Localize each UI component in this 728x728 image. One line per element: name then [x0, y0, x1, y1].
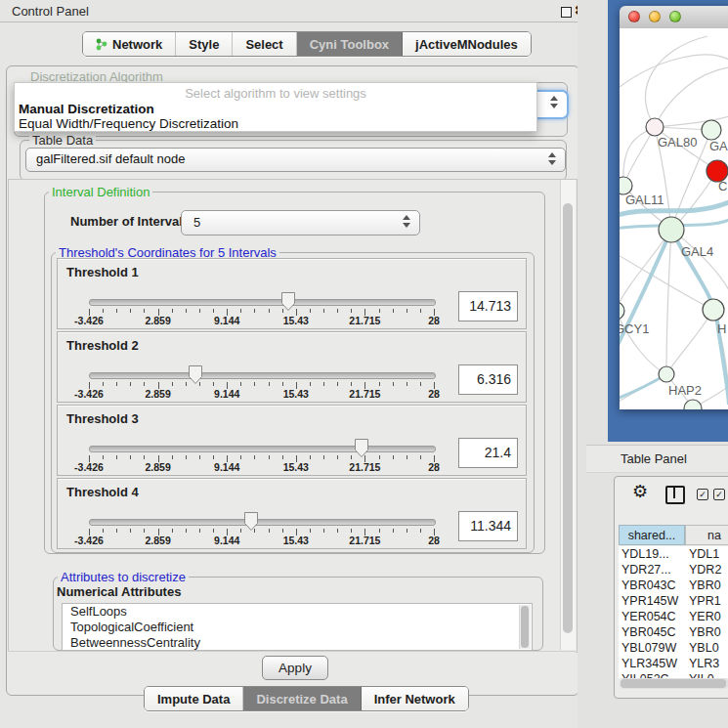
tick-label: 15.43: [283, 461, 309, 473]
threshold-label: Threshold 3: [66, 411, 139, 426]
slider-handle[interactable]: [354, 438, 369, 458]
network-node[interactable]: [684, 400, 702, 409]
slider-track[interactable]: [89, 299, 436, 306]
slider-handle[interactable]: [280, 291, 296, 312]
checkbox-icon[interactable]: ✓: [697, 489, 708, 500]
algorithm-option[interactable]: Manual Discretization: [19, 102, 154, 116]
close-traffic-icon[interactable]: [628, 11, 640, 22]
scrollbar-thumb[interactable]: [521, 606, 529, 648]
tick-mark: [116, 382, 117, 386]
app-root: Control Panel ✖ NetworkStyleSelectCyni T…: [0, 0, 728, 728]
attribute-list-item[interactable]: BetweennessCentrality: [63, 635, 532, 651]
table-row[interactable]: YBL079WYBL0: [619, 640, 728, 656]
network-graph: GAL80GACGAL11GAL4GCY1HHAP2: [620, 28, 728, 409]
table-browser-window: ⚙ ✓ ✓ shared... na YDL19...YDL1YDR27...Y…: [614, 476, 728, 699]
table-row[interactable]: YPR145WYPR1: [619, 593, 728, 609]
network-node[interactable]: [702, 120, 721, 140]
table-row[interactable]: YBR045CYBR0: [619, 624, 728, 640]
threshold-value-field[interactable]: 6.316: [458, 364, 518, 395]
network-node-label: GAL4: [681, 244, 713, 259]
tick-mark: [351, 309, 352, 313]
attributes-list: SelfLoopsTopologicalCoefficientBetweenne…: [62, 603, 533, 651]
tick-label: 21.715: [349, 315, 380, 326]
algorithm-combobox[interactable]: [535, 90, 569, 119]
table-row[interactable]: YDR27...YDR2: [619, 562, 728, 578]
table-row[interactable]: YBR043CYBR0: [619, 578, 728, 593]
network-canvas[interactable]: GAL80GACGAL11GAL4GCY1HHAP2: [620, 28, 728, 409]
network-node[interactable]: [620, 302, 624, 320]
table-row[interactable]: YDL19...YDL1: [619, 546, 728, 562]
table-cell-shared-name: YDL19...: [621, 546, 669, 562]
network-edge[interactable]: [645, 36, 707, 127]
network-node-label: C: [718, 179, 727, 193]
minimize-traffic-icon[interactable]: [649, 11, 661, 22]
network-node[interactable]: [659, 366, 674, 382]
zoom-traffic-icon[interactable]: [669, 11, 681, 22]
network-edge[interactable]: [666, 230, 671, 374]
tick-mark: [116, 455, 117, 459]
tab-style[interactable]: Style: [176, 32, 233, 56]
slider-track[interactable]: [89, 372, 436, 379]
gear-icon[interactable]: ⚙: [632, 481, 648, 502]
network-edge[interactable]: [655, 67, 728, 127]
network-node[interactable]: [659, 217, 684, 242]
attributes-scrollbar[interactable]: [519, 605, 531, 649]
network-edge[interactable]: [620, 311, 666, 374]
network-edge[interactable]: [666, 310, 713, 374]
table-data-combobox[interactable]: galFiltered.sif default node: [25, 148, 566, 172]
tick-label: 2.859: [145, 315, 170, 326]
algorithm-option[interactable]: Equal Width/Frequency Discretization: [19, 116, 238, 131]
scrollbar-thumb[interactable]: [563, 203, 573, 633]
table-cell-name: YBR0: [689, 578, 721, 593]
slider-track[interactable]: [89, 519, 436, 526]
tick-mark: [172, 309, 173, 313]
float-window-icon[interactable]: [561, 7, 572, 18]
settings-vertical-scrollbar[interactable]: [560, 180, 576, 650]
tab-network[interactable]: Network: [83, 32, 176, 56]
split-columns-icon[interactable]: [665, 486, 685, 504]
number-of-intervals-spinner[interactable]: 5: [181, 210, 420, 236]
attribute-list-item[interactable]: TopologicalCoefficient: [63, 620, 532, 635]
network-edge[interactable]: [620, 55, 728, 87]
network-view-window[interactable]: GAL80GACGAL11GAL4GCY1HHAP2: [620, 6, 728, 409]
network-edge[interactable]: [620, 230, 671, 311]
apply-button[interactable]: Apply: [262, 656, 328, 680]
tick-mark: [310, 309, 311, 313]
tab-impute-data[interactable]: Impute Data: [145, 687, 243, 710]
tick-label: -3.426: [74, 535, 104, 546]
tick-label: 21.715: [349, 535, 380, 546]
tab-discretize-data[interactable]: Discretize Data: [243, 687, 361, 710]
checkbox-icon[interactable]: ✓: [713, 489, 725, 500]
threshold-value-field[interactable]: 14.713: [458, 291, 518, 321]
column-header-name[interactable]: na: [685, 525, 728, 545]
tick-mark: [130, 529, 131, 533]
column-header-shared-name[interactable]: shared...: [619, 525, 685, 545]
tick-mark: [186, 455, 187, 459]
tick-mark: [186, 382, 187, 386]
tick-mark: [103, 529, 104, 533]
threshold-value-field[interactable]: 21.4: [458, 438, 518, 468]
table-row[interactable]: YER054CYER0: [619, 609, 728, 624]
tab-infer-network[interactable]: Infer Network: [362, 687, 468, 710]
threshold-value-field[interactable]: 11.344: [458, 511, 518, 541]
tick-mark: [103, 382, 104, 386]
tab-jactivemnodules[interactable]: jActiveMNodules: [403, 32, 531, 56]
tick-label: -3.426: [74, 315, 104, 326]
scrollbar-thumb[interactable]: [621, 679, 726, 688]
threshold-panel: Threshold 3-3.4262.8599.14415.4321.71528…: [57, 405, 527, 476]
network-window-titlebar[interactable]: [620, 6, 728, 29]
tab-cyni-toolbox[interactable]: Cyni Toolbox: [297, 32, 403, 56]
tick-mark: [379, 309, 380, 313]
table-row[interactable]: YLR345WYLR3: [619, 656, 728, 671]
table-horizontal-scrollbar[interactable]: [620, 678, 728, 689]
attribute-list-item[interactable]: SelfLoops: [63, 604, 532, 620]
network-node[interactable]: [646, 118, 664, 136]
slider-handle[interactable]: [243, 511, 259, 532]
table-row[interactable]: YIL052CYIL0: [619, 671, 728, 678]
slider-track[interactable]: [89, 446, 436, 452]
number-of-intervals-label: Number of Intervals: [70, 214, 190, 229]
tab-label: Style: [189, 37, 219, 52]
network-node[interactable]: [703, 299, 724, 321]
tab-select[interactable]: Select: [233, 32, 296, 56]
slider-handle[interactable]: [188, 364, 203, 385]
